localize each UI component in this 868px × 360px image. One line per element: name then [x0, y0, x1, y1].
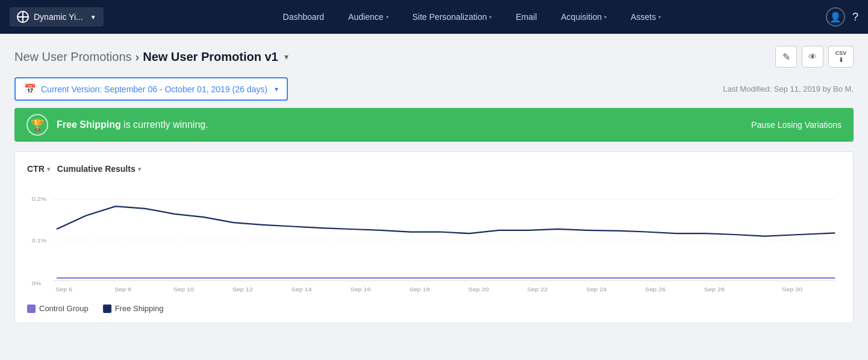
svg-text:Sep 18: Sep 18 [409, 286, 429, 293]
breadcrumb-parent[interactable]: New User Promotions [14, 50, 132, 64]
winner-text: Free Shipping is currently winning. [57, 119, 208, 130]
pause-losing-variations-button[interactable]: Pause Losing Variations [751, 120, 841, 130]
svg-text:Sep 16: Sep 16 [350, 286, 370, 293]
assets-chevron-icon: ▾ [658, 14, 661, 20]
preview-button[interactable]: 👁 [802, 46, 823, 68]
metric-dropdown[interactable]: CTR ▾ [27, 164, 50, 174]
nav-site-personalization[interactable]: Site Personalization ▾ [403, 7, 502, 27]
nav-assets[interactable]: Assets ▾ [621, 7, 670, 27]
legend-control-group: Control Group [27, 304, 89, 313]
eye-icon: 👁 [808, 52, 817, 62]
title-row: New User Promotions › New User Promotion… [14, 46, 854, 68]
svg-text:Sep 8: Sep 8 [114, 286, 131, 293]
audience-chevron-icon: ▾ [386, 14, 389, 20]
svg-text:0%: 0% [32, 280, 42, 286]
winner-banner: 🏆 Free Shipping is currently winning. Pa… [14, 108, 854, 142]
csv-download-button[interactable]: CSV ⬇ [828, 46, 854, 68]
edit-button[interactable]: ✎ [775, 46, 797, 68]
nav-links: Dashboard Audience ▾ Site Personalizatio… [118, 7, 826, 27]
breadcrumb-separator: › [136, 50, 140, 64]
brand-chevron-icon: ▼ [90, 14, 96, 21]
chart-controls: CTR ▾ Cumulative Results ▾ [27, 164, 841, 174]
svg-text:0.2%: 0.2% [32, 196, 47, 203]
metric-label: CTR [27, 164, 45, 174]
nav-dashboard[interactable]: Dashboard [273, 7, 334, 27]
nav-email[interactable]: Email [506, 7, 546, 27]
navbar: Dynamic Yi... ▼ Dashboard Audience ▾ Sit… [0, 0, 868, 34]
site-personalization-chevron-icon: ▾ [489, 14, 492, 20]
control-group-color-swatch [27, 305, 36, 313]
date-label: Current Version: September 06 - October … [41, 84, 267, 94]
title-actions: ✎ 👁 CSV ⬇ [775, 46, 854, 68]
chart-area: 0.2% 0.1% 0% Sep 6 Sep 8 Sep 10 Sep 12 S… [27, 186, 841, 294]
mode-chevron-icon: ▾ [138, 166, 141, 172]
svg-text:Sep 28: Sep 28 [704, 286, 725, 293]
legend-control-group-label: Control Group [39, 304, 89, 313]
svg-text:Sep 12: Sep 12 [233, 286, 253, 293]
svg-text:Sep 22: Sep 22 [527, 286, 548, 293]
free-shipping-color-swatch [103, 305, 111, 313]
winner-banner-left: 🏆 Free Shipping is currently winning. [27, 114, 208, 136]
chart-legend: Control Group Free Shipping [27, 299, 841, 313]
svg-text:Sep 24: Sep 24 [586, 286, 607, 293]
legend-free-shipping-label: Free Shipping [115, 304, 164, 313]
nav-acquisition[interactable]: Acquisition ▾ [551, 7, 616, 27]
nav-audience[interactable]: Audience ▾ [339, 7, 398, 27]
svg-text:Sep 14: Sep 14 [292, 286, 312, 293]
page-content: New User Promotions › New User Promotion… [0, 34, 868, 323]
help-button[interactable]: ? [852, 11, 858, 24]
svg-text:Sep 6: Sep 6 [55, 286, 72, 293]
date-chevron-icon: ▾ [275, 85, 278, 93]
chart-svg: 0.2% 0.1% 0% Sep 6 Sep 8 Sep 10 Sep 12 S… [27, 186, 841, 294]
svg-text:0.1%: 0.1% [32, 238, 47, 244]
globe-icon [17, 11, 29, 23]
nav-right: 👤 ? [826, 7, 858, 27]
download-icon: ⬇ [838, 57, 843, 63]
csv-icon: CSV [835, 50, 847, 56]
chart-card: CTR ▾ Cumulative Results ▾ 0.2% 0.1% 0% … [14, 151, 854, 323]
mode-label: Cumulative Results [57, 164, 136, 174]
metric-chevron-icon: ▾ [47, 166, 50, 172]
date-selector[interactable]: 📅 Current Version: September 06 - Octobe… [14, 77, 288, 101]
user-account-button[interactable]: 👤 [826, 7, 845, 27]
mode-dropdown[interactable]: Cumulative Results ▾ [57, 164, 141, 174]
last-modified-text: Last Modified: Sep 11, 2019 by Bo M. [723, 84, 854, 93]
acquisition-chevron-icon: ▾ [604, 14, 607, 20]
trophy-icon: 🏆 [27, 114, 48, 136]
brand-selector[interactable]: Dynamic Yi... ▼ [10, 7, 104, 27]
legend-free-shipping: Free Shipping [103, 304, 164, 313]
calendar-icon: 📅 [24, 83, 36, 95]
winning-variation-name: Free Shipping [57, 119, 121, 130]
breadcrumb-current: New User Promotion v1 [143, 50, 278, 64]
user-icon: 👤 [829, 11, 841, 23]
breadcrumb: New User Promotions › New User Promotion… [14, 50, 289, 64]
svg-text:Sep 30: Sep 30 [782, 286, 802, 293]
svg-text:Sep 10: Sep 10 [173, 286, 194, 293]
svg-text:Sep 26: Sep 26 [645, 286, 666, 293]
edit-icon: ✎ [782, 51, 790, 63]
breadcrumb-dropdown-icon[interactable]: ▾ [284, 52, 289, 62]
brand-name: Dynamic Yi... [34, 12, 83, 22]
date-row: 📅 Current Version: September 06 - Octobe… [14, 77, 854, 101]
svg-text:Sep 20: Sep 20 [468, 286, 489, 293]
